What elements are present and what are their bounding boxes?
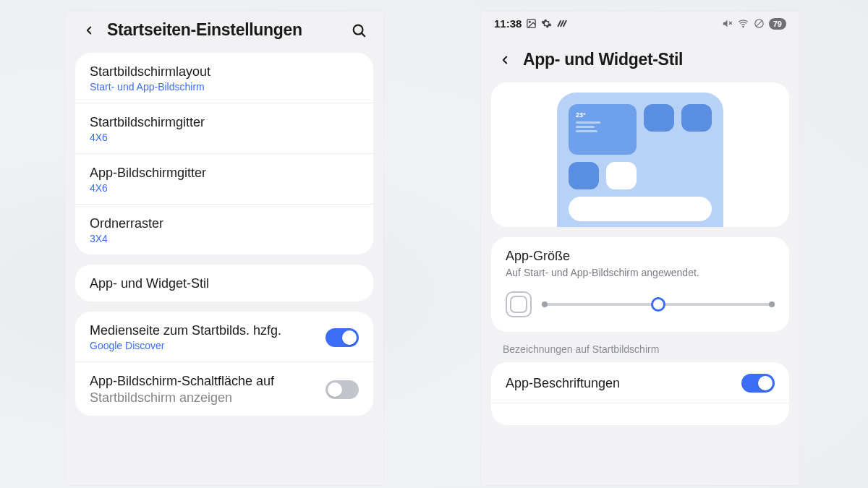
- row-label: App-Bildschirmgitter: [90, 166, 359, 181]
- row-next[interactable]: [491, 403, 789, 425]
- size-preview-icon: [506, 291, 532, 317]
- phone-right: 11:38 79 App- und Widget-Stil 23°: [481, 12, 799, 485]
- row-label: App- und Widget-Stil: [90, 276, 359, 291]
- svg-point-3: [529, 21, 531, 22]
- stripes-icon: [556, 18, 567, 29]
- search-button[interactable]: [350, 22, 367, 39]
- svg-line-4: [558, 21, 561, 27]
- chevron-left-icon: [82, 24, 95, 37]
- wifi-icon: [737, 18, 749, 29]
- toggle-app-button[interactable]: [326, 380, 359, 399]
- search-icon: [351, 22, 367, 38]
- app-size-title: App-Größe: [506, 249, 775, 264]
- section-label: Bezeichnungen auf Startbildschirm: [481, 339, 799, 362]
- labels-group: App-Beschriftungen: [491, 362, 789, 425]
- toggle-media-page[interactable]: [326, 328, 359, 347]
- svg-line-1: [362, 33, 365, 36]
- image-icon: [526, 18, 537, 29]
- settings-group-3: Medienseite zum Startbilds. hzfg. Google…: [75, 312, 373, 416]
- app-size-card: App-Größe Auf Start- und App-Bildschirm …: [491, 237, 789, 332]
- row-app-labels[interactable]: App-Beschriftungen: [491, 362, 789, 403]
- settings-group-2: App- und Widget-Stil: [75, 265, 373, 301]
- row-folder-grid[interactable]: Ordnerraster 3X4: [75, 205, 373, 254]
- mute-icon: [722, 18, 733, 29]
- style-preview: 23°: [491, 82, 789, 227]
- chevron-left-icon: [498, 53, 511, 67]
- mock-icon: [681, 104, 712, 132]
- row-sub: 4X6: [90, 182, 359, 194]
- slider-thumb[interactable]: [651, 297, 665, 312]
- mock-icon: [569, 162, 599, 189]
- svg-line-11: [756, 20, 762, 27]
- no-signal-icon: [754, 18, 765, 29]
- row-label: App-Bildschirm-Schaltfläche auf: [90, 374, 326, 389]
- status-bar: 11:38 79: [481, 12, 799, 33]
- row-label: Ordnerraster: [90, 216, 359, 231]
- mock-icon: [606, 162, 637, 189]
- battery-level: 79: [769, 18, 786, 30]
- row-home-layout[interactable]: Startbildschirmlayout Start- und App-Bil…: [75, 53, 373, 103]
- header: Startseiten-Einstellungen: [65, 12, 383, 53]
- gear-icon: [541, 18, 552, 29]
- back-button[interactable]: [81, 22, 97, 38]
- mock-search: [569, 197, 712, 221]
- row-app-screen-button[interactable]: App-Bildschirm-Schaltfläche auf Startbil…: [75, 362, 373, 416]
- row-home-grid[interactable]: Startbildschirmgitter 4X6: [75, 103, 373, 154]
- row-label: Startbildschirmlayout: [90, 64, 359, 80]
- phone-left: Startseiten-Einstellungen Startbildschir…: [65, 12, 383, 485]
- row-app-widget-style[interactable]: App- und Widget-Stil: [75, 265, 373, 301]
- page-title: App- und Widget-Stil: [523, 50, 783, 69]
- mock-widget: 23°: [569, 104, 637, 155]
- row-sub: 3X4: [90, 233, 359, 244]
- settings-group-1: Startbildschirmlayout Start- und App-Bil…: [75, 53, 373, 254]
- svg-line-5: [561, 21, 564, 27]
- svg-point-9: [743, 26, 744, 27]
- header: App- und Widget-Stil: [481, 33, 799, 82]
- mock-phone: 23°: [557, 93, 723, 227]
- row-label: Medienseite zum Startbilds. hzfg.: [90, 323, 326, 338]
- row-sub: 4X6: [90, 132, 359, 143]
- row-label: Startbildschirmgitter: [90, 115, 359, 130]
- toggle-app-labels[interactable]: [741, 374, 775, 393]
- app-size-desc: Auf Start- und App-Bildschirm angewendet…: [506, 267, 775, 278]
- mock-temp: 23°: [576, 111, 586, 119]
- page-title: Startseiten-Einstellungen: [107, 20, 340, 40]
- row-media-page[interactable]: Medienseite zum Startbilds. hzfg. Google…: [75, 312, 373, 362]
- row-label-line2: Startbildschirm anzeigen: [90, 390, 326, 406]
- status-time: 11:38: [494, 17, 522, 30]
- back-button[interactable]: [497, 52, 513, 68]
- row-app-grid[interactable]: App-Bildschirmgitter 4X6: [75, 154, 373, 205]
- row-sub: Start- und App-Bildschirm: [90, 81, 359, 93]
- mock-icon: [644, 104, 674, 132]
- row-label: App-Beschriftungen: [506, 376, 741, 391]
- svg-line-6: [563, 21, 566, 27]
- row-sub: Google Discover: [90, 340, 326, 351]
- size-slider[interactable]: [542, 303, 775, 306]
